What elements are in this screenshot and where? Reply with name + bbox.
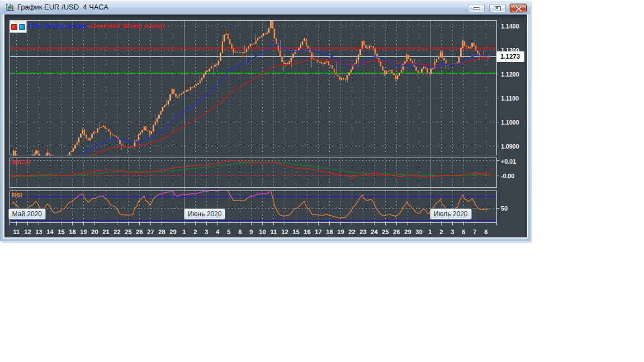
- macd-panel-content: [10, 161, 496, 177]
- date-axis-label: 4: [216, 228, 220, 235]
- macd-axis-label: +0.01: [501, 158, 516, 165]
- rsi-line: [12, 188, 489, 218]
- date-axis-label: 27: [147, 228, 154, 235]
- window-controls: [466, 4, 527, 12]
- date-axis-label: 15: [292, 228, 299, 235]
- date-axis: 1112131415181920212225262728291234589101…: [10, 222, 496, 235]
- titlebar[interactable]: График EUR /USD 4 ЧАСА: [0, 0, 531, 15]
- date-axis-label: 1: [182, 228, 186, 235]
- date-axis-label: 10: [259, 228, 266, 235]
- date-axis-label: 30: [415, 228, 422, 235]
- price-axis-label: 1.1200: [501, 71, 519, 78]
- date-axis-label: 21: [102, 228, 109, 235]
- desktop-background: График EUR /USD 4 ЧАСА 1.14001.13001.120…: [0, 0, 644, 362]
- date-axis-label: 12: [281, 228, 288, 235]
- date-axis-label: 11: [13, 228, 20, 235]
- date-axis-label: 26: [393, 228, 400, 235]
- current-price-box: 1.1273: [496, 51, 524, 62]
- macd-axis-label: -0.00: [501, 173, 514, 179]
- date-axis-label: 3: [451, 228, 454, 235]
- rsi-panel-title: RSI: [12, 192, 22, 198]
- legend-ema-slow-label: Exponential_Moving_Average: [89, 23, 165, 29]
- date-axis-label: 12: [24, 228, 31, 235]
- chart-legend-box[interactable]: [10, 21, 27, 33]
- date-axis-label: 22: [348, 228, 355, 235]
- rsi-overbought-segment: [157, 188, 230, 196]
- chart-window: График EUR /USD 4 ЧАСА 1.14001.13001.120…: [0, 0, 531, 241]
- date-axis-label: 29: [404, 228, 411, 235]
- rsi-overbought-segment: [79, 194, 83, 196]
- price-level-lines: [10, 48, 496, 74]
- date-axis-label: 25: [382, 228, 389, 235]
- legend-red-swatch[interactable]: [11, 24, 17, 30]
- candles-layer: [11, 20, 489, 176]
- indicator-legend: ential_Moving_Average -Exponential_Movin…: [27, 23, 165, 29]
- close-button[interactable]: [510, 4, 527, 12]
- chart-canvas: 1.14001.13001.12001.11001.10001.0900+0.0…: [4, 15, 527, 237]
- date-axis-label: 1: [428, 228, 432, 235]
- price-axis-label: 1.1000: [501, 119, 519, 126]
- close-icon: [515, 6, 522, 12]
- date-axis-label: 16: [304, 228, 310, 235]
- restore-icon: [495, 6, 501, 11]
- date-axis-label: 18: [69, 228, 75, 235]
- month-label-july: Июль 2020: [430, 208, 472, 220]
- date-axis-label: 20: [91, 228, 98, 235]
- month-label-june: Июнь 2020: [184, 208, 226, 220]
- price-axis-label: 1.1400: [501, 23, 519, 30]
- grid-lines: [10, 20, 496, 222]
- rsi-axis-label: 50: [501, 205, 508, 212]
- date-axis-label: 18: [326, 228, 333, 235]
- rsi-overbought-segment: [250, 191, 271, 196]
- date-axis-label: 22: [113, 228, 120, 235]
- rsi-panel-content: [10, 188, 496, 221]
- date-axis-label: 28: [158, 228, 165, 235]
- maximize-button[interactable]: [489, 4, 506, 12]
- date-axis-label: 23: [359, 228, 366, 235]
- date-axis-label: 9: [249, 228, 253, 235]
- rsi-panel-border: [10, 191, 496, 223]
- price-axis-label: 1.1100: [501, 95, 519, 102]
- date-axis-label: 7: [473, 228, 476, 235]
- month-label-may: Май 2020: [8, 208, 46, 220]
- date-axis-label: 15: [58, 228, 64, 235]
- chart-window-icon: [5, 3, 15, 12]
- chart-client-area[interactable]: 1.14001.13001.12001.11001.10001.0900+0.0…: [4, 15, 527, 237]
- date-axis-label: 29: [169, 228, 176, 235]
- date-axis-label: 2: [193, 228, 197, 235]
- date-axis-label: 25: [125, 228, 131, 235]
- date-axis-label: 5: [227, 228, 230, 235]
- date-axis-label: 8: [238, 228, 242, 235]
- macd-panel-title: MACD: [12, 159, 30, 165]
- date-axis-label: 14: [46, 228, 54, 235]
- legend-blue-swatch[interactable]: [19, 24, 25, 30]
- date-axis-label: 6: [462, 228, 465, 235]
- date-axis-label: 11: [270, 228, 277, 235]
- minimize-button[interactable]: [468, 4, 485, 12]
- main-panel-border: [10, 20, 496, 155]
- date-axis-label: 19: [80, 228, 87, 235]
- date-axis-label: 13: [35, 228, 42, 235]
- date-axis-label: 24: [371, 228, 378, 235]
- legend-ema-fast-label: ential_Moving_Average: [27, 23, 87, 29]
- window-frame: 1.14001.13001.12001.11001.10001.0900+0.0…: [3, 15, 528, 239]
- date-axis-label: 2: [439, 228, 443, 235]
- minimize-icon: [473, 7, 480, 10]
- panel-tags: MACD: [12, 159, 30, 165]
- date-axis-label: 19: [337, 228, 344, 235]
- date-axis-label: 17: [315, 228, 321, 235]
- price-axis-label: 1.0900: [501, 143, 519, 150]
- date-axis-label: 3: [205, 228, 208, 235]
- date-axis-label: 26: [136, 228, 143, 235]
- date-axis-label: 8: [484, 228, 487, 235]
- window-title: График EUR /USD 4 ЧАСА: [17, 3, 108, 11]
